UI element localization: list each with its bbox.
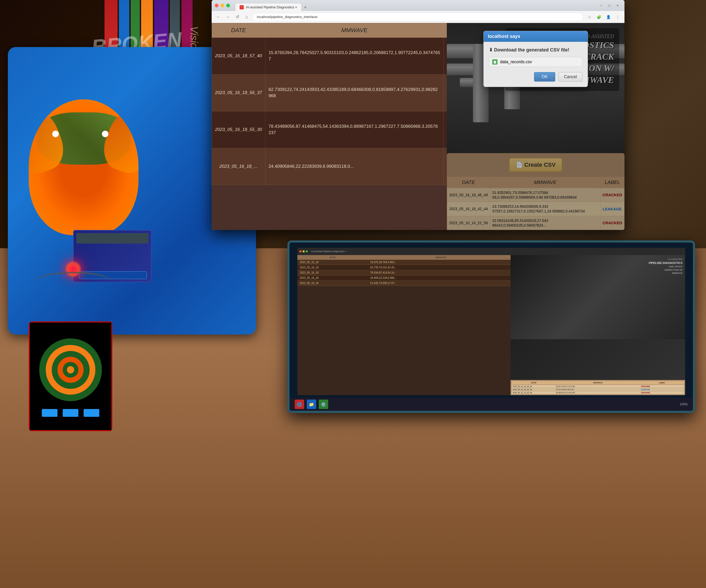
row2-mmwave: 62.7309122,74.24143933,42.43385189,0.684… <box>265 75 443 111</box>
table-row: 2023_05_16_18_57_40 15.8765394,28.784250… <box>212 38 447 75</box>
extensions-icon[interactable]: 🧩 <box>595 13 602 21</box>
chrome-maximize-icon[interactable]: □ <box>606 2 613 9</box>
chrome-titlebar: 🔴 AI-assisted Pipeline Diagnostics × + −… <box>212 0 625 11</box>
window-close-btn[interactable] <box>215 4 219 7</box>
rpi-browser: AI-assisted Pipeline Diagnostics × DATE … <box>297 248 685 395</box>
dialog-message: ⬇ Download the generated CSV file! <box>489 47 582 53</box>
rpi-maximize-dot <box>306 250 308 252</box>
table-row: 2023_05_16_18_55_30 78.43489056,87.41468… <box>212 111 447 148</box>
rpi-mini-row: 2023_05_16_18 78.434,87.414,54.14... <box>297 270 511 275</box>
browser-tab-active[interactable]: 🔴 AI-assisted Pipeline Diagnostics × <box>235 3 302 11</box>
chrome-actions: − □ × <box>597 2 621 9</box>
circles-display <box>37 336 105 404</box>
csv-file-icon: 📄 <box>492 59 498 65</box>
chrome-minimize-icon[interactable]: − <box>597 2 604 9</box>
url-text: localhost/pipeline_diagnostics_interface… <box>257 15 318 19</box>
csv-filename: data_records.csv <box>500 60 532 64</box>
tab-title: AI-assisted Pipeline Diagnostics × <box>246 5 297 9</box>
chrome-close-icon[interactable]: × <box>614 2 621 9</box>
rpi-right-pane: AI-ASSISTED PIPELINE DIAGNOSTICS AND CRA… <box>511 255 685 395</box>
rpi-close-dot <box>300 250 302 252</box>
row1-mmwave: 15.8765394,28.78425027,5.90315103,0.2486… <box>265 38 443 75</box>
row3-label: CLOGGED <box>443 111 447 148</box>
rpi-left-pane: DATE MMWAVE 2023_05_16_18 15.876,28.784,… <box>297 255 511 395</box>
dialog-box: localhost says ⬇ Download the generated … <box>483 31 588 87</box>
rpi-taskbar-icon-1[interactable]: 🌐 <box>295 400 304 409</box>
rpi-table-header: DATE MMWAVE <box>297 255 511 260</box>
row4-label: LEAKAGE <box>443 148 447 185</box>
home-button[interactable]: ⌂ <box>243 13 250 21</box>
browser-window: 🔴 AI-assisted Pipeline Diagnostics × + −… <box>212 0 625 230</box>
dialog-content: ⬇ Download the generated CSV file! 📄 dat… <box>484 42 588 87</box>
main-data-table: DATE MMWAVE LABEL 2023_05_16_18_57_40 15… <box>212 23 447 185</box>
charizard-body <box>29 99 139 235</box>
rpi-clock: 100% <box>680 402 688 406</box>
rpi-title-bar: AI-assisted Pipeline Diagnostics × <box>297 248 685 255</box>
new-tab-button[interactable]: + <box>302 4 309 11</box>
rpi-tab-title: AI-assisted Pipeline Diagnostics × <box>311 250 347 253</box>
tab-favicon: 🔴 <box>240 5 244 9</box>
dialog-file-row: 📄 data_records.csv <box>489 57 582 67</box>
tab-bar: 🔴 AI-assisted Pipeline Diagnostics × + <box>235 0 309 11</box>
right-section: AI-ASSISTED PIPELINE DIAGNOSTICS AND CRA… <box>447 23 625 230</box>
rpi-content: DATE MMWAVE 2023_05_16_18 15.876,28.784,… <box>297 255 685 395</box>
col-header-mmwave: MMWAVE <box>265 23 443 38</box>
col-header-date: DATE <box>212 23 266 38</box>
row3-mmwave: 78.43489056,87.41468475,54.14363394,0.88… <box>265 111 443 148</box>
rpi-mini-row: 2023_05_16_18 62.730,74.241,42.43... <box>297 265 511 270</box>
dialog-overlay: localhost says ⬇ Download the generated … <box>447 23 625 230</box>
address-bar: ← → ↺ ⌂ localhost/pipeline_diagnostics_i… <box>212 11 625 23</box>
row3-date: 2023_05_16_18_55_30 <box>212 111 266 148</box>
row2-date: 2023_05_16_18_56_37 <box>212 75 266 111</box>
window-maximize-btn[interactable] <box>226 4 230 7</box>
dialog-cancel-button[interactable]: Cancel <box>558 72 582 82</box>
rpi-display: AI-assisted Pipeline Diagnostics × DATE … <box>287 240 695 413</box>
refresh-button[interactable]: ↺ <box>234 13 241 21</box>
browser-content: DATE MMWAVE LABEL 2023_05_16_18_57_40 15… <box>212 23 625 230</box>
dialog-buttons: OK Cancel <box>489 72 582 82</box>
rpi-mini-row: 2023_05_16_18 51.635,73.039,17.07... <box>297 281 511 286</box>
forward-button[interactable]: → <box>224 13 232 21</box>
rpi-mini-row: 2023_05_16_18 24.409,22.228,6.990... <box>297 275 511 281</box>
rpi-header-text: AI-ASSISTED PIPELINE DIAGNOSTICS AND CRA… <box>513 258 682 275</box>
lcd-btn-3[interactable] <box>84 409 99 417</box>
row4-date: 2023_05_16_18_... <box>212 148 266 185</box>
rpi-minimize-dot <box>303 250 305 252</box>
profile-icon[interactable]: 👤 <box>604 13 612 21</box>
left-section: DATE MMWAVE LABEL 2023_05_16_18_57_40 15… <box>212 23 447 230</box>
window-minimize-btn[interactable] <box>221 4 224 7</box>
rpi-taskbar-icon-2[interactable]: 📁 <box>307 400 316 409</box>
row1-date: 2023_05_16_18_57_40 <box>212 38 266 75</box>
address-input[interactable]: localhost/pipeline_diagnostics_interface… <box>252 13 584 21</box>
row1-label: LEAKAGE <box>443 38 447 75</box>
table-row: 2023_05_16_18_56_37 62.7309122,74.241439… <box>212 75 447 111</box>
rpi-inner: AI-assisted Pipeline Diagnostics × DATE … <box>289 242 693 411</box>
table-row: 2023_05_16_18_... 24.40905846,22.2228393… <box>212 148 447 185</box>
rpi-taskbar-icon-3[interactable]: ⚙️ <box>319 400 328 409</box>
lcd-btn-1[interactable] <box>42 409 57 417</box>
back-button[interactable]: ← <box>215 13 222 21</box>
lcd-btn-2[interactable] <box>63 409 78 417</box>
col-header-label: LABEL <box>443 23 447 38</box>
dialog-title: localhost says <box>488 34 520 39</box>
rpi-taskbar: 🌐 📁 ⚙️ 100% <box>289 398 693 411</box>
settings-icon[interactable]: ⋮ <box>614 13 621 21</box>
dialog-ok-button[interactable]: OK <box>534 72 555 82</box>
rpi-mini-right-table: DATE MMWAVE LABEL 2023_05_16_18_48_49 51… <box>511 380 685 395</box>
row2-label: CRACKED <box>443 75 447 111</box>
lcd-screen <box>29 321 112 431</box>
rpi-mini-row: 2023_05_16_18 15.876,28.784,5.903... <box>297 260 511 265</box>
row4-mmwave: 24.40905846,22.22283939,6.99083118,0... <box>265 148 443 185</box>
bookmark-icon[interactable]: ☆ <box>586 13 593 21</box>
dialog-header: localhost says <box>484 31 588 42</box>
glasses <box>34 272 112 293</box>
